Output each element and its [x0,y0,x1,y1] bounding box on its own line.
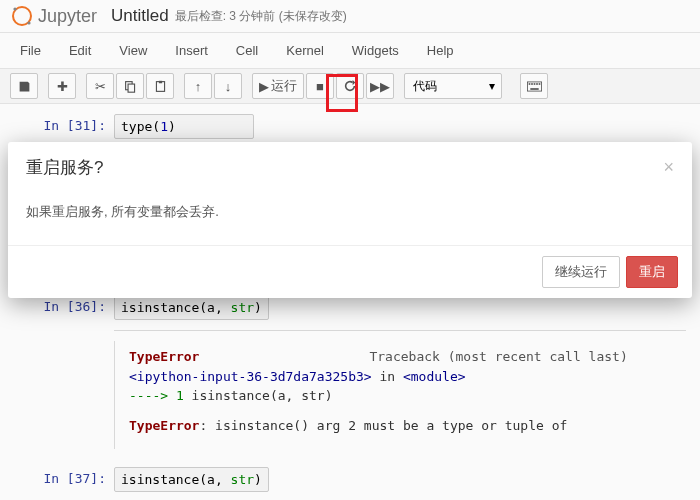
continue-button[interactable]: 继续运行 [542,256,620,288]
modal-footer: 继续运行 重启 [8,245,692,298]
modal-body: 如果重启服务, 所有变量都会丢弃. [8,193,692,245]
restart-kernel-modal: 重启服务? × 如果重启服务, 所有变量都会丢弃. 继续运行 重启 [8,142,692,298]
restart-confirm-button[interactable]: 重启 [626,256,678,288]
modal-title: 重启服务? [26,156,103,179]
modal-header: 重启服务? × [8,142,692,193]
close-icon[interactable]: × [663,157,674,178]
